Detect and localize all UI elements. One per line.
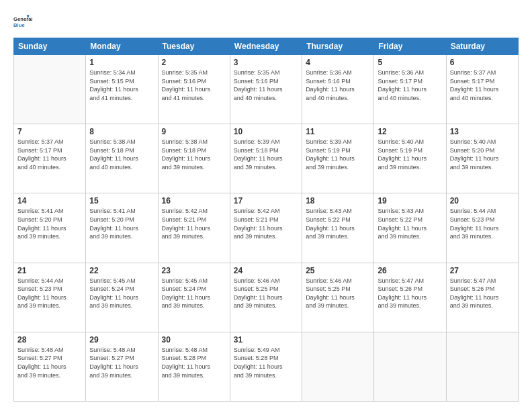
day-info: Sunrise: 5:44 AM Sunset: 5:23 PM Dayligh… bbox=[17, 277, 82, 310]
calendar-cell: 9Sunrise: 5:38 AM Sunset: 5:18 PM Daylig… bbox=[158, 124, 230, 193]
day-info: Sunrise: 5:48 AM Sunset: 5:27 PM Dayligh… bbox=[17, 346, 82, 379]
calendar-cell: 22Sunrise: 5:45 AM Sunset: 5:24 PM Dayli… bbox=[86, 263, 158, 332]
day-number: 21 bbox=[17, 266, 82, 275]
day-info: Sunrise: 5:47 AM Sunset: 5:26 PM Dayligh… bbox=[378, 277, 442, 310]
day-info: Sunrise: 5:35 AM Sunset: 5:16 PM Dayligh… bbox=[234, 68, 298, 102]
day-info: Sunrise: 5:45 AM Sunset: 5:24 PM Dayligh… bbox=[162, 277, 226, 310]
calendar-cell: 15Sunrise: 5:41 AM Sunset: 5:20 PM Dayli… bbox=[86, 193, 158, 263]
day-number: 23 bbox=[162, 266, 226, 275]
calendar-table: SundayMondayTuesdayWednesdayThursdayFrid… bbox=[13, 38, 519, 402]
day-info: Sunrise: 5:43 AM Sunset: 5:22 PM Dayligh… bbox=[306, 207, 370, 240]
day-number: 19 bbox=[378, 196, 442, 205]
day-info: Sunrise: 5:41 AM Sunset: 5:20 PM Dayligh… bbox=[17, 207, 82, 240]
weekday-header-thursday: Thursday bbox=[302, 38, 374, 55]
day-number: 30 bbox=[162, 335, 226, 345]
calendar-cell: 4Sunrise: 5:36 AM Sunset: 5:16 PM Daylig… bbox=[302, 55, 374, 124]
day-info: Sunrise: 5:48 AM Sunset: 5:27 PM Dayligh… bbox=[89, 346, 154, 379]
calendar-cell: 7Sunrise: 5:37 AM Sunset: 5:17 PM Daylig… bbox=[14, 124, 86, 193]
day-number: 12 bbox=[378, 127, 442, 136]
day-number: 25 bbox=[306, 266, 370, 275]
calendar-cell: 17Sunrise: 5:42 AM Sunset: 5:21 PM Dayli… bbox=[230, 193, 302, 263]
calendar-cell: 30Sunrise: 5:48 AM Sunset: 5:28 PM Dayli… bbox=[158, 332, 230, 401]
calendar-cell: 20Sunrise: 5:44 AM Sunset: 5:23 PM Dayli… bbox=[446, 193, 518, 263]
day-number: 10 bbox=[234, 127, 298, 136]
day-info: Sunrise: 5:41 AM Sunset: 5:20 PM Dayligh… bbox=[89, 207, 154, 240]
calendar-cell: 27Sunrise: 5:47 AM Sunset: 5:26 PM Dayli… bbox=[446, 263, 518, 332]
day-number: 9 bbox=[162, 127, 226, 136]
day-info: Sunrise: 5:43 AM Sunset: 5:22 PM Dayligh… bbox=[378, 207, 442, 240]
day-info: Sunrise: 5:44 AM Sunset: 5:23 PM Dayligh… bbox=[450, 207, 515, 240]
day-number: 27 bbox=[450, 266, 515, 275]
calendar-cell: 2Sunrise: 5:35 AM Sunset: 5:16 PM Daylig… bbox=[158, 55, 230, 124]
day-number: 26 bbox=[378, 266, 442, 275]
calendar-cell: 14Sunrise: 5:41 AM Sunset: 5:20 PM Dayli… bbox=[14, 193, 86, 263]
day-info: Sunrise: 5:40 AM Sunset: 5:19 PM Dayligh… bbox=[378, 138, 442, 171]
day-number: 7 bbox=[17, 127, 82, 136]
day-info: Sunrise: 5:37 AM Sunset: 5:17 PM Dayligh… bbox=[450, 68, 515, 102]
calendar-cell: 29Sunrise: 5:48 AM Sunset: 5:27 PM Dayli… bbox=[86, 332, 158, 401]
day-info: Sunrise: 5:39 AM Sunset: 5:19 PM Dayligh… bbox=[306, 138, 370, 171]
day-info: Sunrise: 5:46 AM Sunset: 5:25 PM Dayligh… bbox=[234, 277, 298, 310]
calendar-cell: 6Sunrise: 5:37 AM Sunset: 5:17 PM Daylig… bbox=[446, 55, 518, 124]
weekday-header-friday: Friday bbox=[374, 38, 446, 55]
logo: GeneralBlue bbox=[13, 12, 32, 31]
week-row-2: 7Sunrise: 5:37 AM Sunset: 5:17 PM Daylig… bbox=[14, 124, 519, 193]
calendar-cell bbox=[374, 332, 446, 401]
day-number: 15 bbox=[89, 196, 154, 205]
calendar-cell: 11Sunrise: 5:39 AM Sunset: 5:19 PM Dayli… bbox=[302, 124, 374, 193]
weekday-header-wednesday: Wednesday bbox=[230, 38, 302, 55]
page: GeneralBlue SundayMondayTuesdayWednesday… bbox=[0, 0, 532, 411]
calendar-cell: 23Sunrise: 5:45 AM Sunset: 5:24 PM Dayli… bbox=[158, 263, 230, 332]
weekday-header-monday: Monday bbox=[86, 38, 158, 55]
day-number: 4 bbox=[306, 58, 370, 67]
week-row-1: 1Sunrise: 5:34 AM Sunset: 5:15 PM Daylig… bbox=[14, 55, 519, 124]
calendar-cell: 1Sunrise: 5:34 AM Sunset: 5:15 PM Daylig… bbox=[86, 55, 158, 124]
day-number: 22 bbox=[89, 266, 154, 275]
day-number: 18 bbox=[306, 196, 370, 205]
day-number: 20 bbox=[450, 196, 515, 205]
calendar-cell: 21Sunrise: 5:44 AM Sunset: 5:23 PM Dayli… bbox=[14, 263, 86, 332]
day-number: 11 bbox=[306, 127, 370, 136]
svg-text:General: General bbox=[13, 16, 32, 22]
logo-icon: GeneralBlue bbox=[13, 12, 32, 31]
calendar-cell bbox=[302, 332, 374, 401]
day-info: Sunrise: 5:39 AM Sunset: 5:18 PM Dayligh… bbox=[234, 138, 298, 171]
calendar-cell: 19Sunrise: 5:43 AM Sunset: 5:22 PM Dayli… bbox=[374, 193, 446, 263]
day-number: 8 bbox=[89, 127, 154, 136]
day-info: Sunrise: 5:38 AM Sunset: 5:18 PM Dayligh… bbox=[162, 138, 226, 171]
day-info: Sunrise: 5:37 AM Sunset: 5:17 PM Dayligh… bbox=[17, 138, 82, 171]
week-row-3: 14Sunrise: 5:41 AM Sunset: 5:20 PM Dayli… bbox=[14, 193, 519, 263]
week-row-5: 28Sunrise: 5:48 AM Sunset: 5:27 PM Dayli… bbox=[14, 332, 519, 401]
day-number: 2 bbox=[162, 58, 226, 67]
day-info: Sunrise: 5:35 AM Sunset: 5:16 PM Dayligh… bbox=[162, 68, 226, 102]
day-number: 31 bbox=[234, 335, 298, 345]
svg-text:Blue: Blue bbox=[13, 22, 25, 28]
calendar-cell: 26Sunrise: 5:47 AM Sunset: 5:26 PM Dayli… bbox=[374, 263, 446, 332]
calendar-cell: 28Sunrise: 5:48 AM Sunset: 5:27 PM Dayli… bbox=[14, 332, 86, 401]
day-number: 24 bbox=[234, 266, 298, 275]
calendar-cell: 3Sunrise: 5:35 AM Sunset: 5:16 PM Daylig… bbox=[230, 55, 302, 124]
day-number: 1 bbox=[89, 58, 154, 67]
calendar-cell: 5Sunrise: 5:36 AM Sunset: 5:17 PM Daylig… bbox=[374, 55, 446, 124]
weekday-header-sunday: Sunday bbox=[14, 38, 86, 55]
weekday-header-saturday: Saturday bbox=[446, 38, 518, 55]
day-number: 6 bbox=[450, 58, 515, 67]
calendar-cell bbox=[446, 332, 518, 401]
day-number: 14 bbox=[17, 196, 82, 205]
calendar-cell: 25Sunrise: 5:46 AM Sunset: 5:25 PM Dayli… bbox=[302, 263, 374, 332]
day-number: 28 bbox=[17, 335, 82, 345]
day-number: 3 bbox=[234, 58, 298, 67]
day-info: Sunrise: 5:49 AM Sunset: 5:28 PM Dayligh… bbox=[234, 346, 298, 379]
day-info: Sunrise: 5:48 AM Sunset: 5:28 PM Dayligh… bbox=[162, 346, 226, 379]
day-number: 29 bbox=[89, 335, 154, 345]
day-info: Sunrise: 5:46 AM Sunset: 5:25 PM Dayligh… bbox=[306, 277, 370, 310]
header: GeneralBlue bbox=[13, 12, 519, 31]
weekday-header-tuesday: Tuesday bbox=[158, 38, 230, 55]
calendar-cell: 16Sunrise: 5:42 AM Sunset: 5:21 PM Dayli… bbox=[158, 193, 230, 263]
calendar-cell: 8Sunrise: 5:38 AM Sunset: 5:18 PM Daylig… bbox=[86, 124, 158, 193]
day-info: Sunrise: 5:47 AM Sunset: 5:26 PM Dayligh… bbox=[450, 277, 515, 310]
day-number: 16 bbox=[162, 196, 226, 205]
calendar-cell: 18Sunrise: 5:43 AM Sunset: 5:22 PM Dayli… bbox=[302, 193, 374, 263]
calendar-cell: 24Sunrise: 5:46 AM Sunset: 5:25 PM Dayli… bbox=[230, 263, 302, 332]
day-info: Sunrise: 5:36 AM Sunset: 5:17 PM Dayligh… bbox=[378, 68, 442, 102]
